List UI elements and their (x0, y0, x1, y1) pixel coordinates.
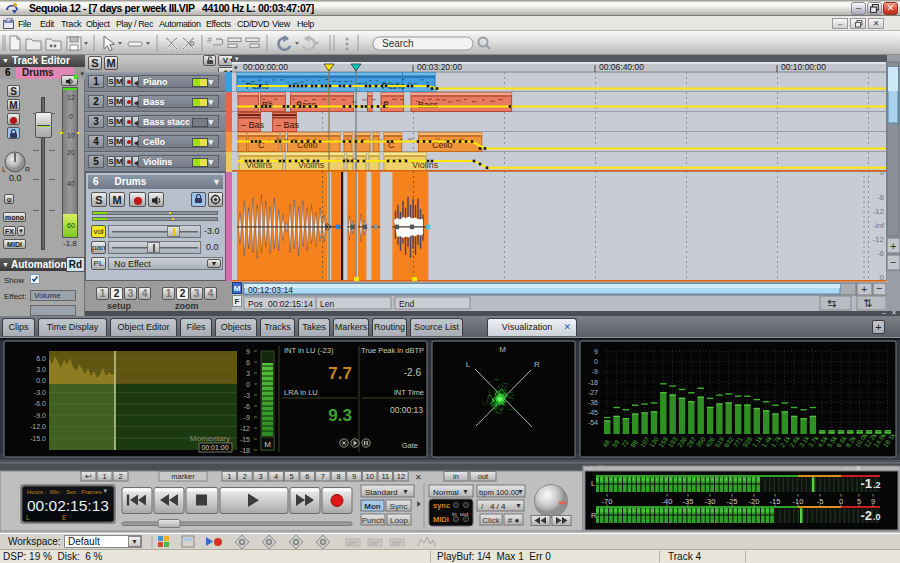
svg-text:M: M (264, 440, 271, 449)
svg-text:00:01:00: 00:01:00 (201, 444, 228, 451)
svg-text:▼: ▼ (515, 502, 522, 509)
svg-text:-inf: -inf (873, 221, 885, 230)
svg-text:3: 3 (258, 472, 262, 481)
svg-text:-2: -2 (860, 508, 872, 523)
svg-text:0: 0 (594, 358, 598, 365)
svg-text:-12: -12 (872, 235, 884, 244)
svg-text:/ 4 / 4: / 4 / 4 (481, 502, 506, 511)
svg-text:-70: -70 (602, 497, 613, 506)
svg-text:0: 0 (839, 497, 843, 506)
svg-text:00:12:03:14: 00:12:03:14 (248, 285, 293, 295)
svg-text:-20: -20 (749, 497, 760, 506)
svg-text:-15: -15 (770, 497, 781, 506)
svg-text:.2: .2 (873, 480, 881, 490)
svg-text:-10: -10 (793, 497, 804, 506)
svg-text:-5: -5 (817, 497, 824, 506)
svg-text:↩: ↩ (85, 472, 92, 481)
svg-text:-45: -45 (588, 409, 598, 416)
svg-text:▾: ▾ (103, 487, 107, 494)
svg-text:End: End (399, 299, 414, 309)
svg-text:−: − (890, 256, 896, 268)
svg-text:Punch: Punch (362, 516, 385, 525)
svg-text:6: 6 (305, 472, 309, 481)
svg-text:−: − (876, 282, 882, 294)
svg-text:in: in (453, 472, 459, 481)
svg-text:+: + (890, 240, 896, 252)
svg-text:9: 9 (871, 497, 875, 506)
svg-text:-6: -6 (244, 403, 250, 410)
svg-text:9.3: 9.3 (328, 406, 352, 425)
svg-text:▼: ▼ (517, 488, 524, 495)
svg-text:3.0: 3.0 (36, 366, 46, 373)
svg-text:.0: .0 (873, 512, 881, 522)
svg-text:12: 12 (397, 472, 405, 481)
svg-text:0.0: 0.0 (36, 377, 46, 384)
svg-text:▾: ▾ (235, 55, 239, 62)
svg-text:-6: -6 (877, 193, 885, 202)
svg-text:00:00:00:00: 00:00:00:00 (243, 62, 288, 72)
svg-text:E: E (62, 514, 67, 521)
svg-text:7.7: 7.7 (328, 364, 352, 383)
svg-text:-30: -30 (705, 497, 716, 506)
svg-text:▼: ▼ (402, 488, 409, 495)
svg-text:in out: in out (452, 511, 469, 517)
svg-text:Bass: Bass (418, 100, 439, 110)
svg-text:R: R (25, 166, 30, 173)
svg-text:5: 5 (290, 472, 294, 481)
svg-text:1: 1 (102, 472, 106, 481)
svg-text:INT Time: INT Time (394, 388, 424, 397)
svg-text:9: 9 (594, 348, 598, 355)
svg-text:-18: -18 (240, 447, 250, 454)
svg-text:– Bas: – Bas (276, 120, 300, 130)
svg-text:Len: Len (320, 299, 334, 309)
svg-text:Hours : Min : Sec : Frames: Hours : Min : Sec : Frames (27, 489, 102, 495)
svg-text:Standard: Standard (365, 488, 397, 497)
svg-text:L: L (591, 479, 595, 488)
svg-text:Sync: Sync (390, 502, 408, 511)
svg-text:-3: -3 (244, 392, 250, 399)
svg-text:00:03:20:00: 00:03:20:00 (417, 62, 462, 72)
svg-text:Momentary: Momentary (190, 434, 230, 443)
svg-text:R: R (534, 360, 540, 369)
svg-text:Search: Search (382, 38, 414, 49)
svg-text:3: 3 (246, 370, 250, 377)
svg-text:M: M (499, 345, 506, 354)
svg-text:Gate: Gate (402, 441, 418, 450)
svg-text:-35: -35 (683, 497, 694, 506)
svg-text:✕: ✕ (415, 473, 422, 482)
svg-text:00:02:15:14: 00:02:15:14 (268, 299, 313, 309)
svg-text:-12.0: -12.0 (30, 423, 46, 430)
svg-text:M: M (234, 284, 241, 293)
svg-text:-6.0: -6.0 (34, 400, 46, 407)
svg-text:marker: marker (171, 472, 195, 481)
svg-text:-3.0: -3.0 (34, 389, 46, 396)
svg-text:L: L (26, 514, 30, 521)
svg-text:5: 5 (857, 497, 861, 506)
svg-text:-9: -9 (244, 414, 250, 421)
svg-text:-27: -27 (588, 389, 598, 396)
svg-text:LRA in LU: LRA in LU (284, 388, 318, 397)
svg-text:00:10:00:00: 00:10:00:00 (781, 62, 826, 72)
svg-text:+: + (861, 283, 867, 295)
svg-text:0: 0 (880, 168, 885, 177)
svg-text:-15: -15 (240, 436, 250, 443)
svg-text:9: 9 (246, 348, 250, 355)
svg-text:-1: -1 (860, 476, 872, 491)
svg-text:11: 11 (381, 472, 389, 481)
svg-text:0.0: 0.0 (9, 173, 22, 183)
svg-text:-15.0: -15.0 (30, 435, 46, 442)
svg-text:00:00:13: 00:00:13 (390, 405, 423, 415)
svg-text:00:06:40:00: 00:06:40:00 (599, 62, 644, 72)
svg-text:L: L (466, 360, 471, 369)
svg-text:Loop: Loop (390, 516, 408, 525)
svg-text:F: F (235, 297, 240, 306)
svg-text:# ●: # ● (508, 516, 520, 525)
svg-text:-9: -9 (592, 368, 598, 375)
svg-text:-2.6: -2.6 (404, 367, 422, 378)
svg-text:9: 9 (352, 472, 356, 481)
svg-text:MIDI: MIDI (433, 515, 449, 524)
svg-text:-25: -25 (727, 497, 738, 506)
svg-text:4: 4 (274, 472, 278, 481)
svg-text:▼: ▼ (462, 488, 469, 495)
svg-text:-54: -54 (588, 419, 598, 426)
